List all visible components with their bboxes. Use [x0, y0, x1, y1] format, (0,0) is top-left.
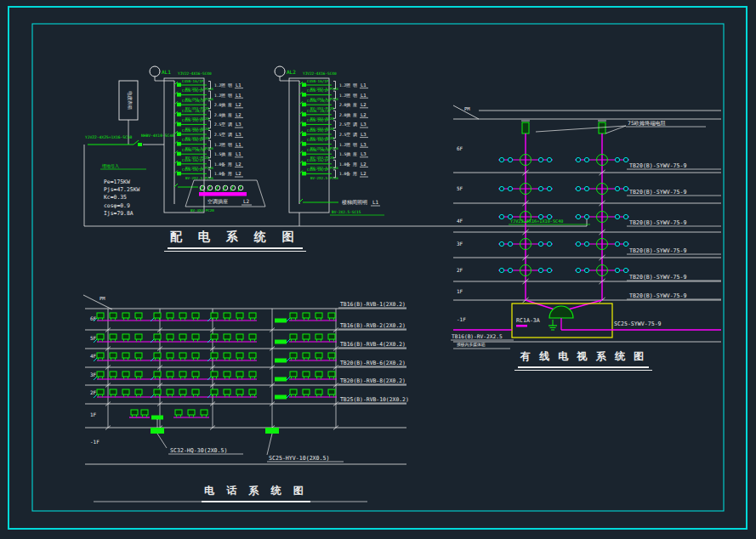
- floor-label: 3F: [90, 372, 97, 377]
- junction-box: [275, 377, 287, 382]
- phone-outlet: [154, 334, 161, 339]
- load-name: 插座: [221, 102, 235, 108]
- breaker-symbol: [177, 103, 181, 107]
- tv-outlet: [584, 214, 588, 218]
- phone-outlet: [290, 353, 297, 358]
- tv-outlet: [538, 214, 543, 218]
- terminal-resistor: [599, 122, 605, 133]
- tv-outlet: [615, 268, 619, 272]
- phone-outlet: [122, 334, 129, 339]
- tv-outlet: [499, 241, 503, 246]
- breaker-symbol: [177, 112, 181, 116]
- tv-outlet: [623, 186, 628, 190]
- tv-outlet: [547, 186, 551, 190]
- phase-label: L1: [236, 93, 242, 98]
- load-name: 插座: [346, 102, 360, 108]
- phase-label: L3: [361, 132, 367, 137]
- phone-outlet: [122, 389, 129, 394]
- phone-outlet: [328, 313, 335, 318]
- phase-label: L3: [236, 132, 242, 137]
- junction-box: [275, 319, 287, 323]
- phase-label: L3: [361, 122, 367, 127]
- phase-label: L1: [361, 82, 367, 88]
- wire-label: BV-3X4-PC20: [190, 208, 214, 213]
- load-name: 空调: [346, 122, 360, 128]
- tv-outlet: [576, 214, 580, 218]
- phone-outlet: [236, 313, 243, 318]
- load-name: 空调: [221, 122, 235, 128]
- terminal-resistor: [522, 122, 529, 133]
- phone-outlet: [122, 353, 129, 358]
- phone-outlet: [192, 353, 199, 358]
- phone-outlet: [192, 334, 199, 339]
- main-phone-box: [151, 428, 164, 434]
- phase-label: L2: [236, 112, 242, 117]
- phone-outlet: [315, 372, 322, 377]
- phone-outlet: [122, 313, 129, 318]
- load-name: 照明: [346, 93, 360, 98]
- phone-outlet: [110, 372, 117, 377]
- phone-outlet: [315, 389, 322, 394]
- breaker-label: C45N-20/1P: [307, 128, 329, 133]
- phone-outlet: [179, 313, 186, 318]
- phone-outlet: [211, 389, 218, 394]
- phone-outlet: [290, 334, 297, 339]
- phone-outlet: [192, 313, 199, 318]
- phone-outlet: [154, 389, 161, 394]
- phone-outlet: [328, 372, 335, 377]
- breaker-label: C45NL-20/2P: [182, 148, 206, 152]
- floor-label: 4F: [90, 353, 97, 359]
- floor-label: 2F: [457, 267, 463, 273]
- telephone-diagram: PM6F5F4F3F2F1F-1FTB16(B)-RVB-1(2X0.2)TB1…: [83, 295, 409, 502]
- phone-outlet: [175, 410, 182, 415]
- catv-feed-note: 接楼内多媒体箱: [457, 342, 486, 348]
- tv-outlet: [547, 268, 551, 272]
- load-name: 插座: [221, 151, 235, 157]
- tv-outlet: [547, 157, 551, 162]
- amplifier-symbol: [549, 306, 573, 318]
- breaker-symbol: [177, 93, 181, 97]
- catv-title: 有 线 电 视 系 统 图: [518, 349, 649, 368]
- breaker-symbol: [302, 152, 306, 156]
- amp-underline: [516, 325, 527, 327]
- tv-outlet: [576, 186, 580, 190]
- breaker-symbol: [177, 133, 181, 137]
- tv-outlet: [508, 268, 512, 272]
- roof-label: PM: [99, 296, 105, 301]
- load-name: 插座: [221, 112, 235, 118]
- phone-outlet: [236, 353, 243, 358]
- phone-outlet: [290, 389, 297, 394]
- phone-outlet: [249, 313, 256, 318]
- load-name: 插座: [346, 112, 360, 118]
- tv-outlet: [584, 157, 588, 162]
- phase-label: L2: [361, 171, 367, 176]
- tv-outlet: [615, 157, 619, 162]
- trunk-cable-label: TB20(B)-RVB-6(2X0.2): [340, 360, 406, 366]
- phone-outlet: [211, 372, 218, 377]
- phone-outlet: [154, 313, 161, 318]
- line: [568, 300, 602, 309]
- phase-label: L2: [243, 198, 250, 204]
- phone-outlet: [167, 372, 173, 377]
- tv-outlet: [547, 241, 551, 246]
- breaker-symbol: [302, 122, 306, 127]
- phone-outlet: [315, 353, 322, 358]
- electrical-parameter: cosφ=0.9: [104, 202, 130, 209]
- breaker-symbol: [177, 142, 181, 146]
- phone-outlet: [224, 372, 230, 377]
- cad-viewport[interactable]: 电度表箱YJV22-4X25+1X16-SC50NHBV-4X10-SC40埋地…: [0, 0, 756, 539]
- phase-label: L2: [361, 112, 367, 117]
- load-name: 备用: [221, 171, 235, 177]
- phone-outlet: [135, 353, 142, 358]
- socket-busbar: [199, 192, 247, 196]
- electrical-parameter: Pe=175KW: [104, 179, 130, 185]
- phase-label: L1: [236, 82, 242, 88]
- phase-label: L1: [236, 151, 242, 156]
- tv-outlet: [615, 186, 619, 190]
- line: [174, 184, 178, 187]
- phone-outlet: [290, 313, 297, 318]
- conduit-label: SC25-HYV-10(2X0.5): [269, 455, 329, 462]
- phone-outlet: [154, 372, 161, 377]
- breaker-label: C45N-16/1P: [307, 138, 329, 142]
- phone-outlet: [167, 389, 173, 394]
